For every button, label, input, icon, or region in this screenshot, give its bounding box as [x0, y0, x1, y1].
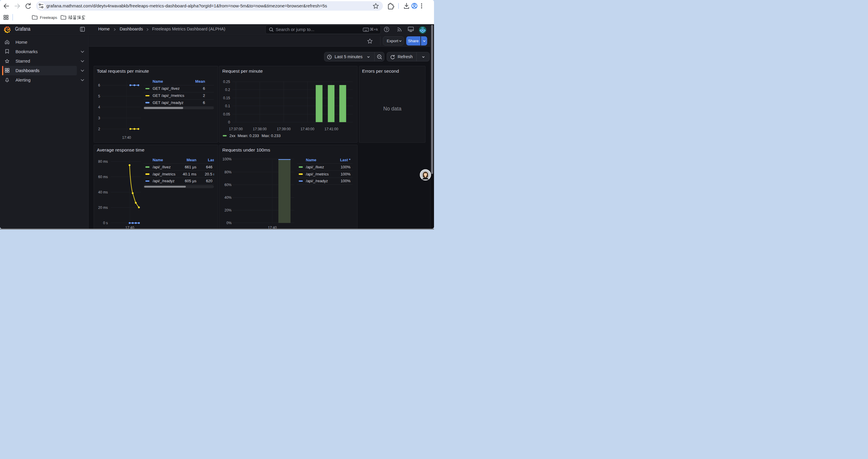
svg-text:0.05: 0.05	[223, 112, 230, 117]
svg-text:17:39:00: 17:39:00	[277, 127, 291, 131]
svg-text:80%: 80%	[224, 170, 231, 174]
svg-text:3: 3	[98, 116, 100, 120]
svg-text:6: 6	[98, 83, 100, 88]
svg-text:4: 4	[98, 105, 100, 109]
svg-text:40 ms: 40 ms	[98, 190, 108, 194]
svg-text:Max: 0.233: Max: 0.233	[262, 133, 281, 138]
svg-text:0.2: 0.2	[225, 88, 230, 92]
svg-text:100%: 100%	[222, 157, 231, 161]
svg-text:0: 0	[228, 120, 230, 124]
svg-text:20%: 20%	[224, 208, 231, 212]
svg-text:2xx: 2xx	[229, 133, 236, 138]
svg-text:17:37:00: 17:37:00	[229, 127, 243, 131]
svg-text:80 ms: 80 ms	[98, 160, 108, 164]
svg-text:0%: 0%	[226, 221, 232, 225]
svg-text:17:40: 17:40	[268, 226, 277, 229]
svg-text:60 ms: 60 ms	[98, 175, 108, 179]
svg-text:17:40: 17:40	[122, 136, 131, 140]
svg-text:0 s: 0 s	[103, 221, 108, 225]
svg-text:0.25: 0.25	[223, 80, 230, 84]
svg-text:40%: 40%	[224, 196, 231, 200]
svg-text:0.1: 0.1	[225, 104, 230, 108]
svg-text:2: 2	[98, 127, 100, 131]
svg-text:5: 5	[98, 94, 100, 98]
svg-text:17:38:00: 17:38:00	[253, 127, 267, 131]
svg-text:0.15: 0.15	[223, 96, 230, 100]
svg-text:17:41:00: 17:41:00	[325, 127, 339, 131]
svg-text:Mean: 0.233: Mean: 0.233	[238, 133, 259, 138]
svg-text:17:40: 17:40	[125, 226, 134, 229]
svg-text:20 ms: 20 ms	[98, 205, 108, 210]
svg-text:60%: 60%	[224, 183, 231, 187]
svg-text:17:40:00: 17:40:00	[301, 127, 315, 131]
